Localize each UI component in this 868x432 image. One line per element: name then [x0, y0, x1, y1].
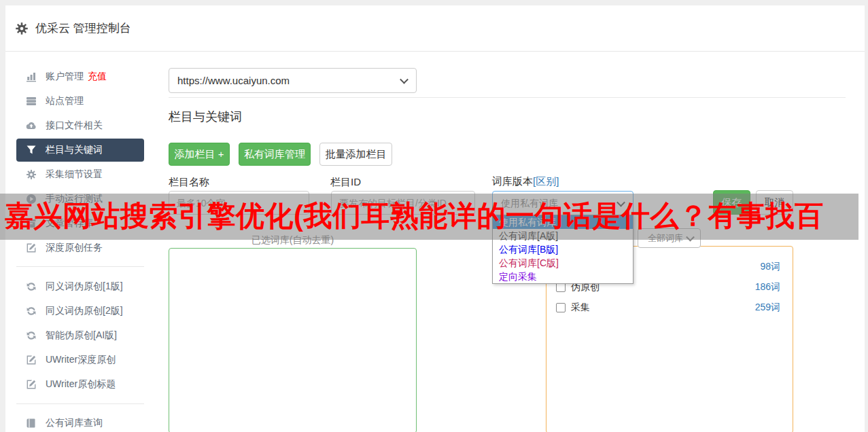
column-id-label: 栏目ID — [330, 176, 361, 189]
sidebar-divider — [16, 403, 144, 404]
sidebar-item-label: UWriter原创标题 — [46, 378, 116, 391]
wordlib-row-label: 采集 — [571, 302, 590, 314]
sidebar-item-label: 账户管理 — [46, 71, 84, 83]
chevron-down-icon — [400, 75, 409, 84]
sidebar-divider — [16, 266, 144, 267]
sidebar-item-label: 采集细节设置 — [46, 168, 103, 181]
refresh-icon — [26, 306, 37, 317]
sidebar-item-label: 公有词库查询 — [46, 417, 103, 429]
column-name-label: 栏目名称 — [169, 176, 209, 189]
sidebar-item-label: 栏目与关键词 — [46, 144, 103, 156]
bar-chart-icon — [26, 71, 37, 82]
app-header: 优采云 管理控制台 — [5, 5, 865, 52]
page-title: 栏目与关键词 — [169, 109, 242, 125]
gears-icon — [26, 169, 37, 180]
edit-icon — [26, 379, 37, 390]
sidebar-item-collect-settings[interactable]: 采集细节设置 — [16, 162, 144, 187]
wordlib-row-count: 98词 — [760, 261, 780, 273]
funnel-icon — [26, 145, 37, 156]
app-title: 优采云 管理控制台 — [35, 20, 131, 36]
sidebar-item-label: 同义词伪原创[1版] — [46, 281, 123, 293]
wordlib-checkbox[interactable] — [556, 303, 566, 312]
lib-version-diff-link[interactable]: [区别] — [533, 175, 559, 187]
dropdown-option-public-b[interactable]: 公有词库[B版] — [493, 242, 633, 256]
sidebar-item-label: 同义词伪原创[2版] — [46, 305, 123, 317]
sidebar-item-columns-keywords[interactable]: 栏目与关键词 — [16, 139, 144, 162]
add-column-button[interactable]: 添加栏目 + — [169, 143, 230, 166]
overlay-band: 嘉兴网站搜索引擎优化(我们耳熟能详的一句话是什么？有事找百 — [0, 194, 858, 240]
sidebar-item-account[interactable]: 账户管理 充值 — [16, 65, 144, 89]
private-lib-manage-button[interactable]: 私有词库管理 — [239, 143, 311, 166]
edit-icon — [26, 355, 37, 365]
cloud-upload-icon — [26, 120, 37, 131]
dropdown-option-public-c[interactable]: 公有词库[C版] — [493, 256, 633, 270]
sidebar-item-public-lib-query[interactable]: 公有词库查询 — [16, 411, 144, 432]
section-divider — [169, 97, 846, 98]
sidebar-item-label: UWriter深度原创 — [46, 354, 116, 366]
refresh-icon — [26, 330, 37, 341]
wordlib-checkbox[interactable] — [556, 283, 566, 292]
sidebar-item-synonym-v2[interactable]: 同义词伪原创[2版] — [16, 299, 144, 323]
sidebar-item-interface-files[interactable]: 接口文件相关 — [16, 113, 144, 138]
book-icon — [26, 418, 37, 429]
sidebar-item-ai-rewrite[interactable]: 智能伪原创[AI版] — [16, 323, 144, 348]
batch-add-column-button[interactable]: 批量添加栏目 — [319, 143, 392, 166]
overlay-marquee-text: 嘉兴网站搜索引擎优化(我们耳熟能详的一句话是什么？有事找百 — [0, 194, 858, 238]
sidebar-item-label: 接口文件相关 — [46, 120, 103, 132]
sidebar-item-uwriter-deep[interactable]: UWriter深度原创 — [16, 348, 144, 372]
site-url-select[interactable]: https://www.ucaiyun.com — [169, 68, 417, 93]
lib-version-label: 词库版本[区别] — [492, 175, 559, 188]
settings-gear-icon — [15, 22, 29, 35]
selected-keywords-box — [169, 248, 417, 432]
lib-version-label-text: 词库版本 — [492, 175, 533, 187]
sidebar-item-sites[interactable]: 站点管理 — [16, 89, 144, 113]
recharge-link[interactable]: 充值 — [88, 71, 107, 83]
sidebar-item-label: 深度原创任务 — [46, 242, 103, 254]
sidebar-item-synonym-v1[interactable]: 同义词伪原创[1版] — [16, 274, 144, 299]
wordlib-row: 采集 259词 — [556, 301, 780, 314]
edit-icon — [26, 242, 37, 253]
site-url-value: https://www.ucaiyun.com — [177, 75, 290, 86]
sidebar-item-label: 智能伪原创[AI版] — [46, 329, 117, 342]
refresh-icon — [26, 281, 37, 292]
sidebar-item-label: 站点管理 — [46, 95, 84, 107]
wordlib-row-count: 186词 — [755, 281, 780, 293]
sidebar-item-uwriter-title[interactable]: UWriter原创标题 — [16, 372, 144, 397]
wordlib-row-count: 259词 — [755, 302, 780, 314]
dropdown-option-directed-collect[interactable]: 定向采集 — [493, 270, 633, 283]
server-icon — [26, 96, 37, 107]
